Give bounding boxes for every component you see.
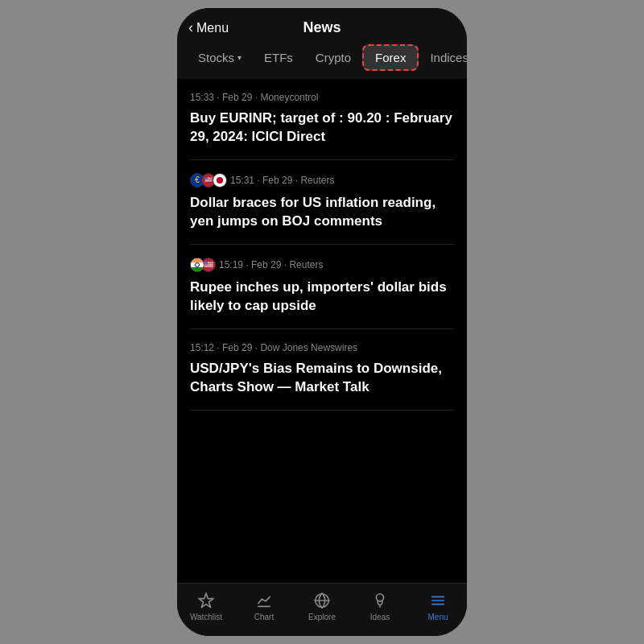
tab-forex[interactable]: Forex: [362, 44, 419, 71]
news-time-1: 15:33 · Feb 29 · Moneycontrol: [190, 92, 318, 103]
nav-menu[interactable]: Menu: [409, 592, 467, 621]
news-feed[interactable]: 15:33 · Feb 29 · Moneycontrol Buy EURINR…: [177, 79, 467, 583]
menu-icon: [429, 592, 447, 609]
chart-icon: [255, 592, 273, 609]
nav-explore-label: Explore: [308, 613, 336, 621]
news-time-3: 15:19 · Feb 29 · Reuters: [219, 259, 323, 270]
news-meta-3: 🇺🇸 15:19 · Feb 29 · Reuters: [190, 258, 454, 272]
news-item-4[interactable]: 15:12 · Feb 29 · Dow Jones Newswires USD…: [190, 329, 454, 411]
news-item-2[interactable]: € 🇺🇸 15:31 · Feb 29 · Reuters Dollar bra…: [190, 160, 454, 245]
bottom-nav: Watchlist Chart Explore Ideas: [177, 583, 467, 636]
tab-forex-label: Forex: [375, 51, 406, 64]
news-headline-2: Dollar braces for US inflation reading, …: [190, 194, 454, 231]
news-item-1[interactable]: 15:33 · Feb 29 · Moneycontrol Buy EURINR…: [190, 79, 454, 160]
news-headline-4: USD/JPY's Bias Remains to Downside, Char…: [190, 360, 454, 397]
nav-explore[interactable]: Explore: [293, 592, 351, 621]
currency-flags-multi: € 🇺🇸: [190, 173, 224, 188]
nav-watchlist-label: Watchlist: [190, 613, 222, 621]
tab-stocks[interactable]: Stocks ▾: [187, 46, 253, 69]
news-headline-3: Rupee inches up, importers' dollar bids …: [190, 279, 454, 316]
nav-ideas[interactable]: Ideas: [351, 592, 409, 621]
nav-chart-label: Chart: [254, 613, 274, 621]
explore-icon: [313, 592, 331, 609]
tab-etfs-label: ETFs: [264, 51, 293, 64]
news-item-3[interactable]: 🇺🇸 15:19 · Feb 29 · Reuters Rupee inches…: [190, 245, 454, 329]
flag-jp: [213, 173, 227, 188]
back-label: Menu: [196, 21, 229, 35]
svg-point-2: [376, 594, 383, 601]
back-button[interactable]: ‹ Menu: [188, 19, 229, 36]
phone-container: ‹ Menu News Stocks ▾ ETFs Crypto Forex I…: [177, 8, 467, 636]
nav-chart[interactable]: Chart: [235, 592, 293, 621]
header: ‹ Menu News: [177, 8, 467, 44]
nav-tabs: Stocks ▾ ETFs Crypto Forex Indices: [177, 44, 467, 79]
nav-watchlist[interactable]: Watchlist: [177, 592, 235, 621]
tab-stocks-label: Stocks: [198, 51, 234, 64]
ideas-icon: [371, 592, 389, 609]
back-icon: ‹: [188, 19, 193, 36]
news-meta-2: € 🇺🇸 15:31 · Feb 29 · Reuters: [190, 173, 454, 188]
nav-ideas-label: Ideas: [370, 613, 390, 621]
page-title: News: [303, 19, 341, 36]
news-time-2: 15:31 · Feb 29 · Reuters: [230, 175, 334, 186]
tab-crypto[interactable]: Crypto: [304, 46, 362, 69]
news-time-4: 15:12 · Feb 29 · Dow Jones Newswires: [190, 342, 357, 353]
tab-crypto-label: Crypto: [316, 51, 351, 64]
news-meta-1: 15:33 · Feb 29 · Moneycontrol: [190, 92, 454, 103]
watchlist-icon: [197, 592, 215, 609]
news-meta-4: 15:12 · Feb 29 · Dow Jones Newswires: [190, 342, 454, 353]
chevron-down-icon: ▾: [237, 53, 242, 62]
currency-flags-inrusd: 🇺🇸: [190, 258, 213, 272]
tab-indices[interactable]: Indices: [419, 46, 467, 69]
nav-menu-label: Menu: [427, 613, 448, 621]
tab-indices-label: Indices: [430, 51, 467, 64]
news-headline-1: Buy EURINR; target of : 90.20 : February…: [190, 109, 454, 147]
tab-etfs[interactable]: ETFs: [253, 46, 304, 69]
